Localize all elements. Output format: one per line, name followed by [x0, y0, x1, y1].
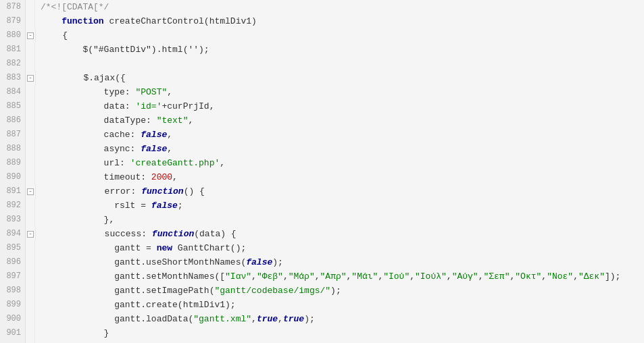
line-number: 893 [0, 213, 26, 227]
code-row: 896 gantt.useShortMonthNames(false); [0, 255, 644, 269]
code-row: 884 type: "POST", [0, 85, 644, 99]
line-number: 895 [0, 241, 26, 255]
line-number: 881 [0, 43, 26, 57]
code-row: 878 /*<![CDATA[*/ [0, 0, 644, 14]
code-content: $.ajax({ [36, 71, 644, 85]
fold-gutter: - [26, 28, 36, 43]
line-number: 886 [0, 113, 26, 128]
line-number: 896 [0, 255, 26, 269]
fold-gutter [26, 57, 35, 71]
fold-gutter [26, 284, 35, 298]
code-row: 892 rslt = false; [0, 199, 644, 213]
code-content: error: function() { [36, 184, 644, 199]
fold-gutter [26, 255, 35, 269]
code-content: gantt.loadData("gantt.xml",true,true); [35, 312, 644, 326]
line-number: 899 [0, 298, 26, 312]
line-number: 889 [0, 156, 26, 170]
fold-gutter [26, 312, 35, 326]
fold-gutter [26, 128, 35, 142]
line-number: 902 [0, 340, 26, 343]
line-number: 884 [0, 85, 26, 99]
line-number: 891 [0, 184, 26, 199]
line-number: 898 [0, 284, 26, 298]
code-content: type: "POST", [35, 85, 644, 99]
fold-gutter [26, 99, 35, 113]
fold-icon[interactable]: - [27, 188, 34, 195]
line-number: 894 [0, 227, 26, 241]
code-row: 901 } [0, 326, 644, 340]
fold-icon[interactable]: - [27, 231, 34, 238]
code-row: 895 gantt = new GanttChart(); [0, 241, 644, 255]
code-content: dataType: "text", [35, 113, 644, 128]
code-content: rslt = false; [35, 199, 644, 213]
line-number: 892 [0, 199, 26, 213]
code-content: data: 'id='+curPrjId, [35, 99, 644, 113]
fold-icon[interactable]: - [27, 75, 34, 82]
code-row: 882 [0, 57, 644, 71]
fold-gutter: - [26, 227, 36, 241]
code-content: gantt.create(htmlDiv1); [35, 298, 644, 312]
line-number: 883 [0, 71, 26, 85]
code-content: gantt = new GanttChart(); [35, 241, 644, 255]
code-row: 881 $("#GanttDiv").html(''); [0, 43, 644, 57]
line-number: 900 [0, 312, 26, 326]
code-row: 893 }, [0, 213, 644, 227]
fold-gutter: - [26, 71, 36, 85]
fold-gutter [26, 340, 35, 343]
fold-gutter [26, 156, 35, 170]
code-content: url: 'createGantt.php', [35, 156, 644, 170]
fold-icon[interactable]: - [27, 32, 34, 39]
code-content: } [35, 326, 644, 340]
fold-gutter [26, 43, 35, 57]
line-number: 878 [0, 0, 26, 14]
code-content: $("#GanttDiv").html(''); [35, 43, 644, 57]
line-number: 880 [0, 28, 26, 43]
code-row: 890 timeout: 2000, [0, 170, 644, 184]
fold-gutter [26, 113, 35, 128]
fold-gutter [26, 142, 35, 156]
fold-gutter [26, 85, 35, 99]
line-number: 879 [0, 14, 26, 28]
line-number: 890 [0, 170, 26, 184]
code-content: function createChartControl(htmlDiv1) [35, 14, 644, 28]
code-row: 880 - { [0, 28, 644, 43]
code-row: 889 url: 'createGantt.php', [0, 156, 644, 170]
code-content: timeout: 2000, [35, 170, 644, 184]
fold-gutter [26, 241, 35, 255]
line-number: 888 [0, 142, 26, 156]
line-number: 882 [0, 57, 26, 71]
fold-gutter [26, 269, 35, 284]
code-row: 886 dataType: "text", [0, 113, 644, 128]
fold-gutter [26, 199, 35, 213]
code-editor: 878 /*<![CDATA[*/ 879 function createCha… [0, 0, 644, 343]
code-row: 900 gantt.loadData("gantt.xml",true,true… [0, 312, 644, 326]
fold-gutter [26, 326, 35, 340]
fold-gutter [26, 14, 35, 28]
code-content: gantt.setImagePath("gantt/codebase/imgs/… [35, 284, 644, 298]
code-content: gantt.setMonthNames(["Ιαν","Φεβ","Μάρ","… [35, 269, 644, 284]
code-content: }, [35, 213, 644, 227]
fold-gutter [26, 213, 35, 227]
fold-gutter [26, 0, 35, 14]
fold-gutter [26, 170, 35, 184]
code-content: success: function(data) { [36, 227, 644, 241]
line-number: 885 [0, 99, 26, 113]
code-content: gantt.useShortMonthNames(false); [35, 255, 644, 269]
code-row: 883 - $.ajax({ [0, 71, 644, 85]
code-content: }); [35, 340, 644, 343]
code-row: 879 function createChartControl(htmlDiv1… [0, 14, 644, 28]
code-row: 898 gantt.setImagePath("gantt/codebase/i… [0, 284, 644, 298]
code-content [35, 57, 644, 71]
code-row: 899 gantt.create(htmlDiv1); [0, 298, 644, 312]
code-row: 887 cache: false, [0, 128, 644, 142]
code-row: 897 gantt.setMonthNames(["Ιαν","Φεβ","Μά… [0, 269, 644, 284]
code-content: async: false, [35, 142, 644, 156]
fold-gutter: - [26, 184, 36, 199]
code-row: 888 async: false, [0, 142, 644, 156]
code-row: 894 - success: function(data) { [0, 227, 644, 241]
code-row: 885 data: 'id='+curPrjId, [0, 99, 644, 113]
fold-gutter [26, 298, 35, 312]
code-content: /*<![CDATA[*/ [35, 0, 644, 14]
code-content: { [36, 28, 644, 43]
line-number: 887 [0, 128, 26, 142]
